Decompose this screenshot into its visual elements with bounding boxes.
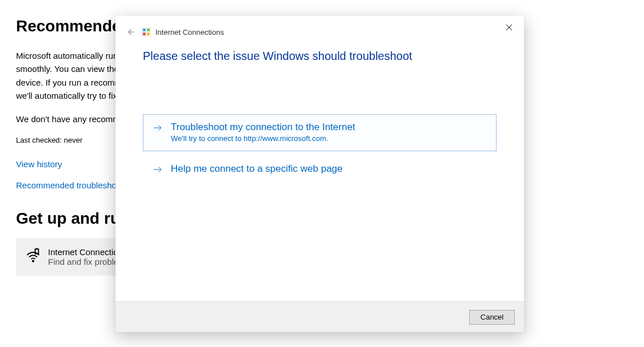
svg-rect-5 [143,29,146,31]
dialog-footer: Cancel [115,301,524,332]
option-troubleshoot-internet[interactable]: Troubleshoot my connection to the Intern… [143,114,497,151]
troubleshooter-icon [142,27,151,37]
option-title: Help me connect to a specific web page [171,163,343,175]
option-subtitle: We'll try to connect to http://www.micro… [171,134,355,143]
arrow-right-icon [153,123,163,135]
main-instruction: Please select the issue Windows should t… [143,50,497,63]
dialog-body: Please select the issue Windows should t… [115,42,524,301]
wifi-icon [25,247,41,265]
svg-point-0 [33,261,34,262]
option-title: Troubleshoot my connection to the Intern… [171,122,355,133]
dialog-title: Internet Connections [155,28,224,37]
svg-rect-8 [147,33,150,35]
option-specific-webpage[interactable]: Help me connect to a specific web page [143,156,497,185]
dialog-header: Internet Connections [115,15,524,42]
arrow-right-icon [153,164,163,177]
svg-rect-7 [143,33,146,35]
svg-rect-6 [147,29,150,31]
troubleshooter-dialog: Internet Connections Please select the i… [115,15,524,332]
close-button[interactable] [498,19,521,36]
back-button [123,25,137,39]
cancel-button[interactable]: Cancel [469,310,515,325]
